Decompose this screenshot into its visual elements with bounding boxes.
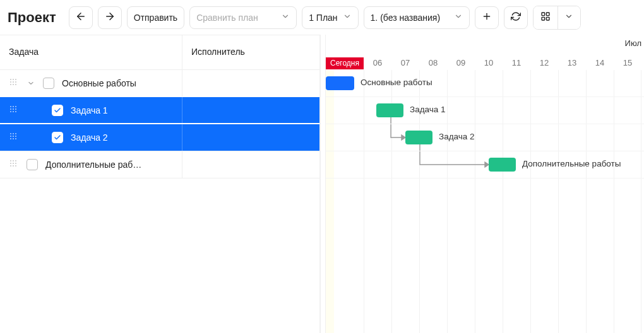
chevron-down-icon [454, 12, 463, 23]
table-row[interactable]: Основные работы [0, 70, 319, 97]
drag-handle-icon[interactable] [10, 133, 19, 142]
gantt-chart[interactable]: Июл 06070809101112131415 Сегодня Основны… [326, 35, 644, 333]
drag-handle-icon[interactable] [10, 160, 19, 169]
assignee-cell[interactable] [182, 97, 319, 124]
row-checkbox[interactable] [43, 78, 54, 89]
page-title: Проект [8, 9, 56, 26]
row-checkbox[interactable] [52, 132, 63, 143]
gantt-day-label: 07 [391, 58, 419, 67]
chevron-down-icon [564, 12, 573, 23]
forward-button[interactable] [98, 6, 122, 29]
gantt-month-label: Июл [625, 38, 641, 48]
compare-plan-select[interactable]: Сравнить план [189, 6, 297, 29]
gantt-day-label: 12 [530, 58, 558, 67]
assignee-cell[interactable] [182, 70, 319, 96]
grid-icon [540, 11, 551, 23]
gantt-bar-label: Задача 1 [410, 105, 446, 114]
drag-handle-icon[interactable] [10, 106, 19, 115]
col-header-task[interactable]: Задача [0, 35, 182, 69]
chevron-down-icon[interactable] [27, 79, 35, 88]
view-switcher [533, 6, 581, 30]
send-button-label: Отправить [134, 13, 177, 23]
gantt-day-label: 15 [614, 58, 641, 67]
table-row[interactable]: Дополнительные раб… [0, 151, 319, 178]
gantt-bar-label: Основные работы [361, 78, 432, 87]
task-name: Дополнительные раб… [45, 160, 141, 170]
plan-select-label: 1 План [309, 13, 337, 23]
table-row[interactable]: Задача 2 [0, 123, 319, 151]
task-name: Задача 1 [71, 105, 108, 115]
chevron-down-icon [281, 12, 290, 23]
col-header-assignee[interactable]: Исполнитель [182, 35, 319, 69]
toolbar: Проект Отправить Сравнить план 1 План 1.… [0, 0, 644, 35]
gantt-day-label: 14 [586, 58, 614, 67]
task-table: Задача Исполнитель Основные работыЗадача… [0, 35, 319, 333]
arrow-right-icon [104, 11, 116, 24]
plus-icon [482, 11, 492, 23]
table-header: Задача Исполнитель [0, 35, 319, 70]
gantt-row: Задача 2 [326, 124, 644, 151]
gantt-bar[interactable]: Основные работы [326, 76, 354, 90]
plan-select[interactable]: 1 План [302, 6, 358, 29]
gantt-header: Июл 06070809101112131415 Сегодня [326, 35, 644, 70]
chevron-down-icon [343, 12, 352, 23]
task-name: Основные работы [62, 78, 136, 88]
arrow-left-icon [75, 11, 86, 24]
refresh-button[interactable] [504, 6, 528, 29]
today-badge[interactable]: Сегодня [326, 57, 364, 69]
gantt-bar[interactable]: Задача 1 [376, 103, 403, 117]
send-button[interactable]: Отправить [127, 6, 184, 29]
svg-rect-5 [546, 13, 549, 16]
assignee-cell[interactable] [182, 124, 319, 151]
gantt-row: Дополнительные работы [326, 151, 644, 178]
scenario-select-label: 1. (без названия) [371, 13, 441, 23]
gantt-bar[interactable]: Задача 2 [405, 131, 432, 144]
refresh-icon [511, 11, 521, 23]
svg-rect-7 [546, 17, 549, 20]
gantt-row: Основные работы [326, 70, 644, 97]
gantt-day-label: 11 [503, 58, 530, 67]
pane-splitter[interactable] [319, 35, 326, 333]
gantt-bar-label: Задача 2 [439, 132, 475, 141]
compare-plan-placeholder: Сравнить план [196, 13, 258, 23]
task-cell[interactable]: Дополнительные раб… [0, 151, 182, 178]
row-checkbox[interactable] [52, 105, 63, 116]
view-more-button[interactable] [558, 6, 580, 29]
gantt-row: Задача 1 [326, 97, 644, 124]
scenario-select[interactable]: 1. (без названия) [364, 6, 470, 29]
add-button[interactable] [475, 6, 499, 29]
gantt-bar[interactable]: Дополнительные работы [489, 158, 516, 172]
svg-rect-4 [542, 13, 545, 16]
drag-handle-icon[interactable] [10, 79, 19, 88]
grid-view-button[interactable] [534, 6, 558, 29]
table-row[interactable]: Задача 1 [0, 96, 319, 124]
gantt-day-label: 13 [558, 58, 586, 67]
gantt-day-label: 09 [447, 58, 475, 67]
assignee-cell[interactable] [182, 151, 319, 178]
gantt-day-label: 10 [475, 58, 503, 67]
row-checkbox[interactable] [27, 159, 38, 170]
back-button[interactable] [69, 6, 93, 29]
gantt-days: 06070809101112131415 [364, 58, 644, 67]
task-name: Задача 2 [71, 132, 108, 143]
task-cell[interactable]: Задача 2 [0, 124, 182, 151]
gantt-bar-label: Дополнительные работы [522, 159, 621, 168]
content: Задача Исполнитель Основные работыЗадача… [0, 35, 644, 333]
gantt-day-label: 06 [364, 58, 391, 67]
task-cell[interactable]: Задача 1 [0, 97, 182, 124]
svg-rect-6 [542, 17, 545, 20]
task-cell[interactable]: Основные работы [0, 70, 182, 96]
gantt-body[interactable]: Основные работыЗадача 1Задача 2Дополните… [326, 70, 644, 333]
gantt-day-label: 08 [419, 58, 447, 67]
